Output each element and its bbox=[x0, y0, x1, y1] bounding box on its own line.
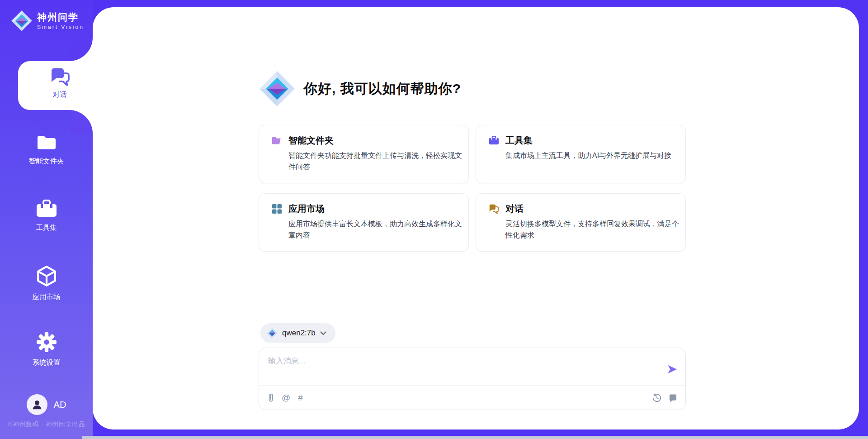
bottom-edge-strip bbox=[82, 436, 868, 439]
assistant-logo-icon bbox=[259, 70, 296, 107]
avatar bbox=[27, 394, 47, 415]
card-title: 工具集 bbox=[505, 134, 533, 147]
sidebar-item-chat[interactable]: 对话 bbox=[18, 61, 102, 110]
folder-icon bbox=[36, 134, 57, 151]
sidebar-item-label: 对话 bbox=[18, 90, 102, 100]
card-title: 应用市场 bbox=[288, 203, 325, 215]
attachment-icon[interactable] bbox=[267, 393, 274, 403]
brand: 神州问学 Smart Vision bbox=[11, 10, 84, 32]
card-title: 智能文件夹 bbox=[288, 134, 334, 147]
brand-logo-icon bbox=[11, 10, 33, 32]
card-chat[interactable]: 对话 灵活切换多模型文件，支持多样回复效果调试，满足个性化需求 bbox=[476, 193, 686, 252]
send-icon[interactable] bbox=[666, 363, 678, 375]
sidebar-item-settings[interactable]: 系统设置 bbox=[0, 332, 93, 367]
mention-icon[interactable]: @ bbox=[282, 393, 290, 403]
composer-toolbar: @ # bbox=[259, 385, 685, 410]
sidebar-item-label: 应用市场 bbox=[0, 292, 93, 302]
card-toolset[interactable]: 工具集 集成市场上主流工具，助力AI与外界无缝扩展与对接 bbox=[476, 125, 686, 183]
person-icon bbox=[31, 398, 43, 411]
sidebar-item-label: 工具集 bbox=[0, 223, 93, 233]
greeting: 你好, 我可以如何帮助你? bbox=[259, 70, 461, 107]
model-name: qwen2:7b bbox=[282, 329, 316, 338]
tab-flare-bottom bbox=[69, 110, 93, 134]
chat-icon bbox=[50, 67, 71, 86]
brand-name: 神州问学 bbox=[37, 11, 84, 23]
gear-icon bbox=[36, 332, 57, 353]
sidebar-item-label: 系统设置 bbox=[0, 358, 93, 367]
toolbox-icon bbox=[36, 200, 57, 218]
user-initials: AD bbox=[54, 400, 66, 410]
card-description: 智能文件夹功能支持批量文件上传与清洗，轻松实现文件问答 bbox=[288, 150, 466, 173]
chat-bubble-icon[interactable] bbox=[669, 394, 677, 402]
card-title: 对话 bbox=[505, 203, 524, 215]
brand-subtitle: Smart Vision bbox=[37, 24, 84, 30]
hashtag-icon[interactable]: # bbox=[298, 393, 303, 403]
sidebar-item-smart-folder[interactable]: 智能文件夹 bbox=[0, 134, 93, 166]
sidebar-footer: ©神州数码 · 神州问学出品 bbox=[0, 420, 93, 429]
card-description: 灵活切换多模型文件，支持多样回复效果调试，满足个性化需求 bbox=[505, 219, 683, 241]
user-profile[interactable]: AD bbox=[0, 394, 93, 415]
model-logo-icon bbox=[267, 328, 278, 339]
card-description: 应用市场提供丰富长文本模板，助力高效生成多样化文章内容 bbox=[288, 219, 466, 241]
grid-icon bbox=[272, 204, 282, 214]
sidebar-item-label: 智能文件夹 bbox=[0, 157, 93, 166]
folder-icon bbox=[272, 135, 282, 146]
feature-cards: 智能文件夹 智能文件夹功能支持批量文件上传与清洗，轻松实现文件问答 工具集 集成… bbox=[259, 125, 686, 252]
card-description: 集成市场上主流工具，助力AI与外界无缝扩展与对接 bbox=[505, 150, 683, 162]
message-composer: @ # bbox=[259, 348, 686, 410]
sidebar-item-app-market[interactable]: 应用市场 bbox=[0, 265, 93, 302]
chat-icon bbox=[489, 204, 499, 214]
greeting-text: 你好, 我可以如何帮助你? bbox=[304, 80, 461, 98]
sidebar-item-toolset[interactable]: 工具集 bbox=[0, 200, 93, 233]
card-app-market[interactable]: 应用市场 应用市场提供丰富长文本模板，助力高效生成多样化文章内容 bbox=[259, 193, 469, 252]
cube-icon bbox=[36, 265, 57, 287]
message-input[interactable] bbox=[259, 348, 659, 384]
history-icon[interactable] bbox=[652, 393, 661, 402]
toolbox-icon bbox=[489, 135, 499, 146]
card-smart-folder[interactable]: 智能文件夹 智能文件夹功能支持批量文件上传与清洗，轻松实现文件问答 bbox=[259, 125, 469, 183]
model-selector[interactable]: qwen2:7b bbox=[260, 323, 335, 343]
chevron-down-icon bbox=[320, 331, 326, 335]
tab-flare-top bbox=[69, 38, 93, 61]
